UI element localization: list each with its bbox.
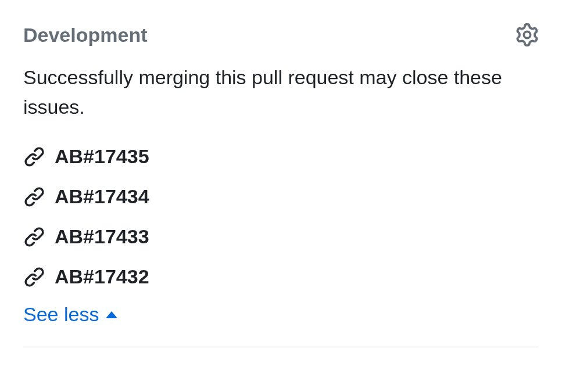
linked-issues-list: AB#17435 AB#17434 AB#17433 (23, 145, 539, 288)
link-icon (23, 266, 45, 288)
link-icon (23, 226, 45, 248)
panel-title: Development (23, 24, 148, 46)
toggle-label: See less (23, 303, 99, 326)
linked-issue-item[interactable]: AB#17434 (23, 185, 539, 208)
description-text: Successfully merging this pull request m… (23, 63, 539, 122)
linked-issue-item[interactable]: AB#17432 (23, 265, 539, 288)
linked-issue-label: AB#17432 (55, 265, 149, 288)
linked-issue-label: AB#17434 (55, 185, 149, 208)
linked-issue-label: AB#17435 (55, 145, 149, 168)
link-icon (23, 146, 45, 168)
linked-issue-item[interactable]: AB#17433 (23, 225, 539, 248)
development-panel: Development Successfully merging this pu… (23, 23, 539, 347)
caret-up-icon (106, 311, 117, 318)
section-divider (23, 347, 539, 347)
panel-header: Development (23, 23, 539, 46)
see-less-toggle[interactable]: See less (23, 303, 117, 326)
linked-issue-item[interactable]: AB#17435 (23, 145, 539, 168)
linked-issue-label: AB#17433 (55, 225, 149, 248)
link-icon (23, 186, 45, 208)
gear-icon[interactable] (516, 23, 539, 46)
